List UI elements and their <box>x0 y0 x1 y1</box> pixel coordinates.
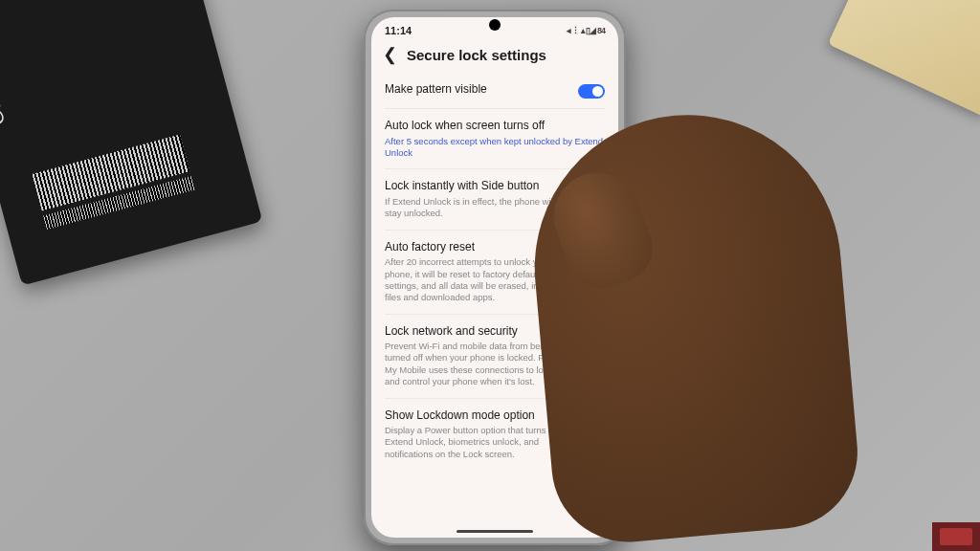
status-icons: ◂ ⋮ ▴ ▯◢ 84 <box>567 26 605 35</box>
setting-title: Auto lock when screen turns off <box>385 119 605 134</box>
toggle-lock-network[interactable] <box>578 326 605 341</box>
product-box-label: Galaxy S25 Ultra <box>0 0 10 128</box>
setting-lock-instantly-side-button[interactable]: Lock instantly with Side button If Exten… <box>385 169 605 230</box>
setting-show-lockdown-mode[interactable]: Show Lockdown mode option Display a Powe… <box>385 399 605 471</box>
toggle-show-lockdown[interactable] <box>578 410 605 425</box>
setting-make-pattern-visible[interactable]: Make pattern visible <box>385 73 605 109</box>
toggle-auto-factory-reset[interactable] <box>578 242 605 256</box>
camera-notch <box>489 19 501 31</box>
setting-title: Show Lockdown mode option <box>385 408 570 424</box>
setting-desc: Display a Power button option that turns… <box>385 425 570 460</box>
setting-title: Make pattern visible <box>385 82 570 98</box>
setting-desc: After 5 seconds except when kept unlocke… <box>385 136 605 160</box>
home-indicator[interactable] <box>457 530 533 533</box>
back-icon[interactable]: ❮ <box>383 46 397 63</box>
phone-frame: 11:14 ◂ ⋮ ▴ ▯◢ 84 ❮ Secure lock settings… <box>364 10 626 545</box>
settings-list: Make pattern visible Auto lock when scre… <box>371 73 618 470</box>
toggle-lock-instantly[interactable] <box>578 181 605 195</box>
setting-desc: If Extend Unlock is in effect, the phone… <box>385 196 570 220</box>
phone-screen: 11:14 ◂ ⋮ ▴ ▯◢ 84 ❮ Secure lock settings… <box>371 17 618 538</box>
setting-auto-lock[interactable]: Auto lock when screen turns off After 5 … <box>385 109 605 169</box>
setting-auto-factory-reset[interactable]: Auto factory reset After 20 incorrect at… <box>385 231 605 315</box>
setting-desc: Prevent Wi-Fi and mobile data from being… <box>385 341 570 387</box>
setting-title: Auto factory reset <box>385 240 570 255</box>
status-time: 11:14 <box>385 25 412 36</box>
scene-background: Galaxy S25 Ultra 11:14 ◂ ⋮ ▴ ▯◢ 84 ❮ Sec… <box>0 0 980 551</box>
setting-title: Lock instantly with Side button <box>385 179 570 194</box>
toggle-make-pattern-visible[interactable] <box>578 84 605 99</box>
setting-title: Lock network and security <box>385 324 570 340</box>
product-box: Galaxy S25 Ultra <box>0 0 262 286</box>
setting-lock-network-security[interactable]: Lock network and security Prevent Wi-Fi … <box>385 315 605 399</box>
page-header: ❮ Secure lock settings <box>371 40 618 73</box>
watermark-corner <box>932 522 980 551</box>
wood-block-prop <box>828 0 980 117</box>
setting-desc: After 20 incorrect attempts to unlock yo… <box>385 256 570 303</box>
page-title: Secure lock settings <box>407 47 546 63</box>
